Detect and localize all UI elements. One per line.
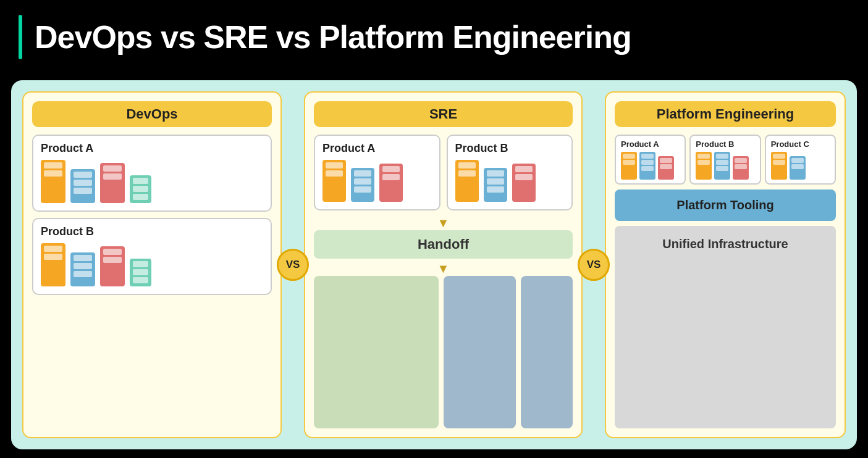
devops-product-a-title: Product A: [41, 142, 263, 155]
server-teal-1: [130, 175, 151, 203]
arrow-down-2: ▼: [314, 262, 573, 275]
sre-server-blue-1: [351, 168, 374, 202]
sre-server-blue-2: [484, 168, 507, 202]
title-accent: [19, 15, 22, 59]
vs-badge-1: VS: [277, 249, 309, 281]
sre-server-orange-2: [455, 160, 479, 202]
platform-product-a-servers: [621, 152, 680, 180]
platform-product-b-title: Product B: [696, 139, 754, 149]
sre-product-a-box: Product A: [314, 135, 440, 210]
server-blue-2: [70, 252, 95, 286]
p-server-b-1: [639, 152, 655, 180]
platform-tooling-box: Platform Tooling: [615, 189, 836, 221]
platform-product-a-box: Product A: [615, 135, 686, 185]
sre-column: SRE Product A: [304, 91, 583, 438]
platform-product-a-title: Product A: [621, 139, 680, 149]
platform-product-c-title: Product C: [771, 139, 830, 149]
platform-product-c-servers: [771, 152, 830, 180]
server-teal-2: [130, 259, 151, 286]
main-content: DevOps Product A: [11, 80, 857, 449]
sre-server-orange-1: [322, 160, 346, 202]
p-server-c-1: [658, 156, 674, 180]
devops-header: DevOps: [32, 101, 272, 127]
sre-infra-medium: [444, 276, 516, 428]
arrow-down-1: ▼: [314, 217, 573, 229]
platform-product-b-servers: [696, 152, 754, 180]
sre-infra-small: [521, 276, 573, 428]
server-coral-1: [100, 163, 125, 203]
devops-product-b-servers: [41, 243, 263, 286]
sre-header: SRE: [314, 101, 573, 127]
devops-column: DevOps Product A: [22, 91, 282, 438]
page-title: DevOps vs SRE vs Platform Engineering: [35, 19, 631, 56]
sre-product-b-box: Product B: [447, 135, 573, 210]
p-server-o-2: [696, 152, 712, 180]
devops-product-a-box: Product A: [32, 135, 272, 212]
sre-products-row: Product A Product B: [314, 135, 573, 210]
sre-handoff-box: Handoff: [314, 230, 573, 259]
platform-infra-box: Unified Infrastructure: [615, 226, 836, 428]
sre-product-b-title: Product B: [455, 142, 565, 155]
server-orange-2: [41, 243, 65, 286]
sre-infra-row: [314, 276, 573, 428]
devops-product-a-servers: [41, 160, 263, 203]
sre-product-a-servers: [322, 160, 432, 202]
p-server-o-3: [771, 152, 787, 180]
server-blue-1: [70, 169, 95, 203]
server-orange-1: [41, 160, 65, 203]
p-server-c-2: [733, 156, 749, 180]
platform-header: Platform Engineering: [615, 101, 836, 127]
sre-server-coral-1: [379, 164, 403, 202]
title-bar: DevOps vs SRE vs Platform Engineering: [0, 0, 868, 74]
devops-product-b-title: Product B: [41, 225, 263, 238]
sre-infra-large: [314, 276, 439, 428]
devops-product-b-box: Product B: [32, 218, 272, 295]
p-server-b-3: [790, 156, 806, 180]
sre-product-a-title: Product A: [322, 142, 432, 155]
p-server-o-1: [621, 152, 637, 180]
sre-product-b-servers: [455, 160, 565, 202]
platform-column: Platform Engineering Product A Product B: [605, 91, 846, 438]
sre-server-coral-2: [512, 164, 536, 202]
vs-badge-2: VS: [578, 249, 610, 281]
server-coral-2: [100, 246, 125, 286]
platform-product-b-box: Product B: [689, 135, 761, 185]
platform-product-c-box: Product C: [765, 135, 836, 185]
p-server-b-2: [714, 152, 730, 180]
platform-products-row: Product A Product B: [615, 135, 836, 185]
